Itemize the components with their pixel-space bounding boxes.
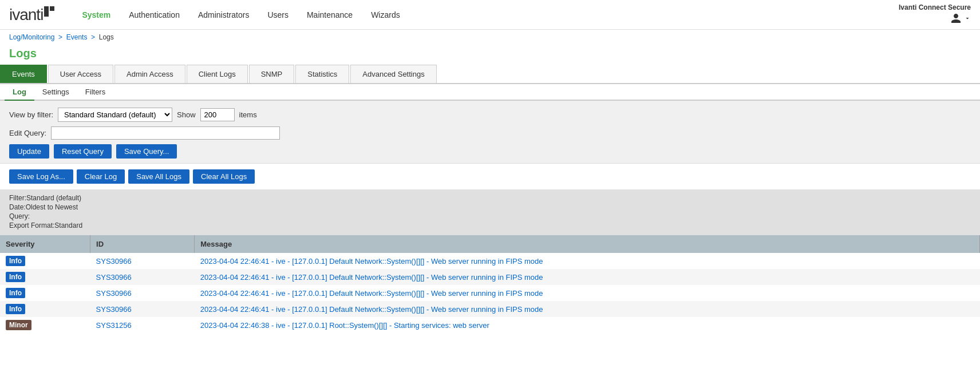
log-id-link[interactable]: SYS30966 bbox=[96, 289, 132, 298]
action-bar: Save Log As... Clear Log Save All Logs C… bbox=[0, 164, 980, 189]
primary-tabs: Events User Access Admin Access Client L… bbox=[0, 65, 980, 84]
user-menu[interactable] bbox=[950, 11, 971, 24]
cell-id: SYS30966 bbox=[90, 301, 195, 317]
nav-system[interactable]: System bbox=[73, 0, 120, 30]
log-info-export: Export Format:Standard bbox=[9, 221, 971, 229]
log-table-container: Severity ID Message InfoSYS309662023-04-… bbox=[0, 235, 980, 333]
edit-query-row: Edit Query: bbox=[9, 126, 971, 140]
subtab-filters[interactable]: Filters bbox=[77, 84, 113, 101]
tab-snmp[interactable]: SNMP bbox=[249, 65, 295, 83]
log-info-date: Date:Oldest to Newest bbox=[9, 203, 971, 211]
app-title: Ivanti Connect Secure bbox=[899, 0, 971, 11]
severity-badge: Info bbox=[6, 288, 25, 298]
cell-message: 2023-04-04 22:46:41 - ive - [127.0.0.1] … bbox=[195, 269, 980, 285]
filter-select[interactable]: Standard Standard (default) bbox=[58, 108, 172, 122]
cell-id: SYS30966 bbox=[90, 285, 195, 301]
tab-statistics[interactable]: Statistics bbox=[295, 65, 349, 83]
subtab-settings[interactable]: Settings bbox=[34, 84, 77, 101]
cell-id: SYS30966 bbox=[90, 253, 195, 269]
cell-severity: Info bbox=[0, 301, 90, 317]
cell-id: SYS30966 bbox=[90, 269, 195, 285]
cell-message: 2023-04-04 22:46:41 - ive - [127.0.0.1] … bbox=[195, 301, 980, 317]
cell-message: 2023-04-04 22:46:41 - ive - [127.0.0.1] … bbox=[195, 285, 980, 301]
cell-id: SYS31256 bbox=[90, 317, 195, 333]
log-info-query: Query: bbox=[9, 212, 971, 220]
cell-severity: Info bbox=[0, 269, 90, 285]
top-right: Ivanti Connect Secure bbox=[899, 0, 971, 24]
breadcrumb-events[interactable]: Events bbox=[66, 33, 88, 41]
log-id-link[interactable]: SYS31256 bbox=[96, 321, 132, 330]
user-icon bbox=[950, 13, 962, 24]
reset-query-button[interactable]: Reset Query bbox=[54, 144, 112, 159]
nav-users[interactable]: Users bbox=[258, 0, 298, 30]
filter-bar: View by filter: Standard Standard (defau… bbox=[0, 101, 980, 164]
log-message-link[interactable]: 2023-04-04 22:46:41 - ive - [127.0.0.1] … bbox=[200, 305, 543, 314]
table-row: MinorSYS312562023-04-04 22:46:38 - ive -… bbox=[0, 317, 980, 333]
filter-buttons-row: Update Reset Query Save Query... bbox=[9, 144, 971, 159]
cell-severity: Info bbox=[0, 253, 90, 269]
logo-text: ivanti bbox=[9, 6, 43, 24]
show-label: Show bbox=[177, 110, 196, 119]
cell-message: 2023-04-04 22:46:41 - ive - [127.0.0.1] … bbox=[195, 253, 980, 269]
severity-badge: Info bbox=[6, 256, 25, 266]
save-log-as-button[interactable]: Save Log As... bbox=[9, 169, 73, 184]
clear-log-button[interactable]: Clear Log bbox=[77, 169, 125, 184]
breadcrumb: Log/Monitoring > Events > Logs bbox=[0, 30, 980, 45]
save-query-button[interactable]: Save Query... bbox=[116, 144, 177, 159]
edit-query-label: Edit Query: bbox=[9, 129, 46, 137]
update-button[interactable]: Update bbox=[9, 144, 49, 159]
table-row: InfoSYS309662023-04-04 22:46:41 - ive - … bbox=[0, 269, 980, 285]
show-items-input[interactable] bbox=[200, 108, 235, 121]
logo-icon bbox=[44, 6, 54, 17]
log-id-link[interactable]: SYS30966 bbox=[96, 305, 132, 314]
breadcrumb-log-monitoring[interactable]: Log/Monitoring bbox=[9, 33, 54, 41]
top-nav: ivanti System Authentication Administrat… bbox=[0, 0, 980, 30]
nav-links: System Authentication Administrators Use… bbox=[73, 0, 409, 29]
clear-all-logs-button[interactable]: Clear All Logs bbox=[193, 169, 255, 184]
table-row: InfoSYS309662023-04-04 22:46:41 - ive - … bbox=[0, 301, 980, 317]
cell-message: 2023-04-04 22:46:38 - ive - [127.0.0.1] … bbox=[195, 317, 980, 333]
severity-badge: Info bbox=[6, 304, 25, 314]
log-message-link[interactable]: 2023-04-04 22:46:41 - ive - [127.0.0.1] … bbox=[200, 289, 543, 298]
severity-badge: Minor bbox=[6, 320, 31, 330]
nav-administrators[interactable]: Administrators bbox=[189, 0, 258, 30]
col-id: ID bbox=[90, 235, 195, 253]
table-row: InfoSYS309662023-04-04 22:46:41 - ive - … bbox=[0, 285, 980, 301]
chevron-down-icon bbox=[964, 15, 971, 22]
svg-rect-1 bbox=[44, 6, 49, 17]
log-table: Severity ID Message InfoSYS309662023-04-… bbox=[0, 235, 980, 333]
log-message-link[interactable]: 2023-04-04 22:46:41 - ive - [127.0.0.1] … bbox=[200, 257, 543, 266]
subtab-log[interactable]: Log bbox=[5, 84, 34, 101]
tab-admin-access[interactable]: Admin Access bbox=[114, 65, 185, 83]
col-severity: Severity bbox=[0, 235, 90, 253]
tab-advanced-settings[interactable]: Advanced Settings bbox=[350, 65, 436, 83]
tab-user-access[interactable]: User Access bbox=[48, 65, 113, 83]
filter-row-view: View by filter: Standard Standard (defau… bbox=[9, 108, 971, 122]
severity-badge: Info bbox=[6, 272, 25, 282]
breadcrumb-logs: Logs bbox=[99, 33, 114, 41]
tab-events[interactable]: Events bbox=[0, 65, 47, 83]
log-info: Filter:Standard (default) Date:Oldest to… bbox=[0, 189, 980, 235]
view-by-label: View by filter: bbox=[9, 110, 53, 119]
col-message: Message bbox=[195, 235, 980, 253]
nav-maintenance[interactable]: Maintenance bbox=[298, 0, 362, 30]
log-info-filter: Filter:Standard (default) bbox=[9, 194, 971, 202]
logo: ivanti bbox=[9, 6, 54, 24]
svg-rect-0 bbox=[50, 6, 54, 11]
save-all-logs-button[interactable]: Save All Logs bbox=[128, 169, 189, 184]
nav-wizards[interactable]: Wizards bbox=[362, 0, 409, 30]
nav-authentication[interactable]: Authentication bbox=[120, 0, 189, 30]
cell-severity: Info bbox=[0, 285, 90, 301]
log-message-link[interactable]: 2023-04-04 22:46:38 - ive - [127.0.0.1] … bbox=[200, 321, 489, 330]
log-id-link[interactable]: SYS30966 bbox=[96, 257, 132, 266]
table-header-row: Severity ID Message bbox=[0, 235, 980, 253]
items-label: items bbox=[239, 110, 257, 119]
tab-client-logs[interactable]: Client Logs bbox=[187, 65, 248, 83]
table-row: InfoSYS309662023-04-04 22:46:41 - ive - … bbox=[0, 253, 980, 269]
page-title: Logs bbox=[0, 45, 980, 65]
edit-query-input[interactable] bbox=[51, 126, 280, 140]
log-message-link[interactable]: 2023-04-04 22:46:41 - ive - [127.0.0.1] … bbox=[200, 273, 543, 282]
sub-tabs: Log Settings Filters bbox=[0, 84, 980, 101]
cell-severity: Minor bbox=[0, 317, 90, 333]
log-id-link[interactable]: SYS30966 bbox=[96, 273, 132, 282]
